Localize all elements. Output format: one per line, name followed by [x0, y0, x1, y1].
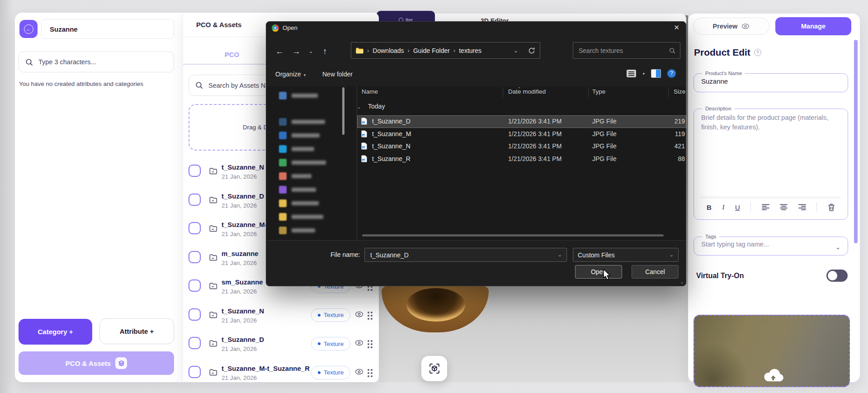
asset-checkbox[interactable]: [189, 222, 201, 234]
quick-access-item[interactable]: [266, 157, 357, 169]
file-row[interactable]: t_Suzanne_N 1/21/2026 3:41 PM JPG File 4…: [357, 140, 686, 153]
address-dropdown-icon[interactable]: ⌄: [514, 47, 518, 54]
file-row[interactable]: t_Suzanne_M 1/21/2026 3:41 PM JPG File 1…: [357, 128, 686, 141]
visibility-eye-icon[interactable]: [355, 339, 363, 346]
nav-up-icon[interactable]: ↑: [323, 47, 327, 56]
suzanne-3d-model[interactable]: [382, 285, 489, 332]
column-type[interactable]: Type: [592, 88, 605, 95]
layers-icon: [115, 357, 127, 369]
preview-pane-icon[interactable]: [651, 69, 661, 78]
file-size: 421: [637, 142, 685, 150]
resize-grip[interactable]: [679, 280, 684, 284]
column-divider[interactable]: [668, 87, 669, 97]
sidebar-search[interactable]: [19, 52, 174, 72]
open-button[interactable]: Open: [575, 265, 622, 279]
new-folder-button[interactable]: New folder: [322, 71, 353, 78]
quick-access-item[interactable]: [266, 211, 357, 223]
file-name-input[interactable]: [369, 251, 558, 259]
asset-checkbox[interactable]: [189, 279, 201, 292]
quick-access-item[interactable]: [266, 225, 357, 237]
list-view-icon[interactable]: [627, 70, 636, 77]
search-icon: [669, 47, 675, 54]
asset-row[interactable]: t_Suzanne_D 21 Jan, 2026 Texture: [183, 334, 379, 363]
asset-checkbox[interactable]: [189, 366, 201, 378]
sidebar-search-input[interactable]: [38, 58, 167, 66]
quick-access-item[interactable]: [266, 198, 357, 209]
visibility-eye-icon[interactable]: [355, 311, 363, 318]
virtual-tryon-toggle[interactable]: [826, 270, 848, 282]
drag-handle-icon[interactable]: [368, 312, 369, 313]
file-type-select[interactable]: Custom Files ⌄: [573, 248, 679, 262]
add-attribute-button[interactable]: Attribute +: [99, 318, 174, 344]
chevron-down-icon[interactable]: ⌄: [835, 244, 840, 251]
nav-forward-icon[interactable]: →: [292, 47, 301, 56]
add-category-button[interactable]: Category +: [19, 319, 92, 345]
scrollbar-thumb[interactable]: [362, 234, 664, 237]
file-row[interactable]: t_Suzanne_D 1/21/2026 3:41 PM JPG File 2…: [357, 115, 686, 128]
underline-button[interactable]: U: [735, 204, 740, 211]
breadcrumb-textures[interactable]: textures: [459, 47, 481, 54]
panel-scrollbar[interactable]: [854, 40, 858, 243]
manage-button[interactable]: Manage: [775, 17, 851, 35]
bold-button[interactable]: B: [707, 204, 712, 211]
column-size[interactable]: Size: [674, 88, 685, 95]
badge-dot-icon: [318, 342, 321, 345]
refresh-icon[interactable]: [528, 47, 535, 54]
product-name-input[interactable]: [694, 76, 848, 85]
description-textarea[interactable]: [694, 111, 848, 179]
asset-type-badge: Texture: [311, 337, 350, 350]
column-divider[interactable]: [588, 87, 589, 97]
asset-checkbox[interactable]: [189, 165, 201, 177]
file-row[interactable]: t_Suzanne_R 1/21/2026 3:41 PM JPG File 8…: [357, 153, 686, 166]
view-dropdown-icon[interactable]: ▾: [642, 71, 645, 76]
horizontal-scrollbar[interactable]: [357, 234, 686, 237]
quick-access-item[interactable]: [266, 170, 357, 182]
nav-recent-chevron-icon[interactable]: ⌄: [309, 49, 313, 54]
pco-assets-button[interactable]: PCO & Assets: [19, 351, 174, 375]
asset-checkbox[interactable]: [189, 308, 201, 321]
quick-access-item[interactable]: [266, 143, 357, 155]
breadcrumb-guide-folder[interactable]: Guide Folder: [413, 47, 450, 54]
asset-checkbox[interactable]: [189, 337, 201, 349]
dialog-search[interactable]: [573, 42, 680, 59]
file-name: t_Suzanne_M: [372, 130, 411, 137]
file-name-combobox[interactable]: ⌄: [364, 248, 567, 262]
tags-input[interactable]: [694, 239, 825, 248]
align-right-icon[interactable]: [798, 204, 806, 210]
breadcrumb-chevron: ›: [408, 47, 410, 54]
back-button[interactable]: ←: [19, 20, 38, 38]
sidebar-scrollbar[interactable]: [342, 87, 344, 135]
asset-row[interactable]: t_Suzanne_M-t_Suzanne_R 21 Jan, 2026 Tex…: [183, 363, 379, 392]
thumbnail-upload-zone[interactable]: [693, 315, 850, 387]
today-group-header[interactable]: ⌄ Today: [357, 103, 385, 110]
column-divider[interactable]: [503, 87, 503, 97]
viewport-settings-button[interactable]: [421, 356, 447, 381]
column-date-modified[interactable]: Date modified: [508, 88, 546, 95]
asset-checkbox[interactable]: [189, 194, 201, 206]
italic-button[interactable]: I: [722, 204, 724, 211]
dialog-search-input[interactable]: [578, 47, 669, 55]
quick-access-icon: [279, 199, 287, 207]
file-type: JPG File: [592, 142, 617, 150]
cancel-button[interactable]: Cancel: [632, 265, 679, 279]
breadcrumb-downloads[interactable]: Downloads: [373, 47, 404, 54]
asset-checkbox[interactable]: [189, 251, 201, 263]
asset-row[interactable]: t_Suzanne_N 21 Jan, 2026 Texture: [183, 306, 379, 335]
drag-handle-icon[interactable]: [368, 369, 369, 371]
help-icon[interactable]: ?: [667, 69, 676, 78]
help-icon[interactable]: ?: [754, 49, 761, 56]
address-bar[interactable]: › Downloads › Guide Folder › textures ⌄: [351, 42, 540, 59]
quick-access-item[interactable]: [266, 184, 357, 196]
trash-icon[interactable]: [828, 204, 835, 211]
visibility-eye-icon[interactable]: [355, 368, 363, 375]
chevron-down-icon[interactable]: ⌄: [558, 252, 562, 258]
dialog-titlebar[interactable]: Open ✕: [266, 22, 686, 34]
nav-back-icon[interactable]: ←: [275, 47, 284, 56]
align-center-icon[interactable]: [780, 204, 788, 210]
preview-button[interactable]: Preview: [693, 18, 769, 35]
align-left-icon[interactable]: [762, 204, 769, 210]
organize-button[interactable]: Organize▾: [275, 71, 306, 78]
drag-handle-icon[interactable]: [368, 340, 369, 342]
column-name[interactable]: Name: [362, 88, 378, 95]
close-icon[interactable]: ✕: [674, 24, 679, 32]
